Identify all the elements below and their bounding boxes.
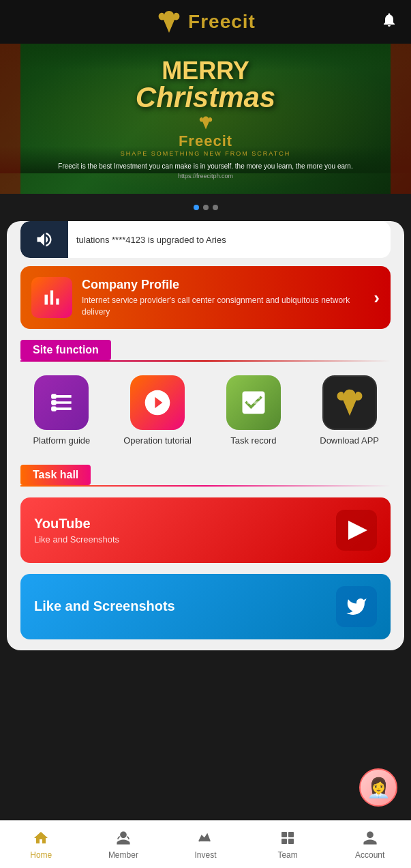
- nav-invest-label: Invest: [194, 850, 216, 860]
- platform-guide-item[interactable]: Platform guide: [20, 375, 102, 447]
- bottom-navigation: Home Member Invest: [0, 820, 411, 868]
- nav-member-label: Member: [108, 850, 138, 860]
- checklist-icon: [239, 388, 269, 418]
- logo: Freecit: [155, 8, 256, 35]
- platform-guide-label: Platform guide: [33, 435, 90, 447]
- nav-account-label: Account: [355, 850, 384, 860]
- twitter-task-title: Like and Screenshots: [34, 598, 336, 614]
- task-hall-header: Task hall: [20, 465, 391, 485]
- site-function-title: Site function: [20, 340, 111, 360]
- notification-bell-button[interactable]: [381, 12, 397, 32]
- svg-rect-6: [288, 839, 294, 844]
- twitter-icon-box: [336, 586, 377, 627]
- banner-left-peek: [0, 44, 20, 194]
- list-icon: [46, 388, 76, 418]
- download-app-label: Download APP: [320, 435, 379, 447]
- platform-guide-icon-box: [34, 375, 89, 430]
- banner-dot-2: [203, 205, 209, 210]
- account-icon: [362, 830, 378, 849]
- svg-rect-4: [288, 832, 294, 837]
- invest-icon: [197, 830, 213, 849]
- twitter-task-card[interactable]: Like and Screenshots: [20, 574, 391, 639]
- notification-icon-box: [20, 221, 68, 258]
- nav-account[interactable]: Account: [329, 821, 411, 868]
- nav-home-label: Home: [30, 850, 52, 860]
- svg-rect-0: [52, 394, 57, 399]
- member-icon: [115, 830, 132, 849]
- operation-tutorial-label: Operation tutorial: [123, 435, 192, 447]
- svg-rect-2: [52, 407, 57, 411]
- banner-dot-1: [194, 205, 199, 210]
- svg-rect-1: [52, 400, 57, 405]
- notification-text: tulations ****4123 is upgraded to Aries: [68, 235, 234, 245]
- task-record-label: Task record: [230, 435, 276, 447]
- site-function-header: Site function: [20, 340, 391, 360]
- banner-image: MERRY Christmas Freecit SHAPE SOMETHING …: [0, 44, 411, 194]
- nav-member[interactable]: Member: [82, 821, 165, 868]
- youtube-play-icon-box: [336, 510, 377, 551]
- hero-banner: MERRY Christmas Freecit SHAPE SOMETHING …: [0, 44, 411, 194]
- logo-text: Freecit: [188, 11, 256, 33]
- notification-bar: tulations ****4123 is upgraded to Aries: [20, 221, 391, 258]
- bar-chart-icon: [40, 285, 64, 310]
- task-record-item[interactable]: Task record: [213, 375, 294, 447]
- youtube-task-subtitle: Like and Screenshots: [34, 534, 336, 545]
- freecit-app-icon: [333, 386, 366, 419]
- svg-rect-3: [281, 832, 287, 837]
- banner-tagline: SHAPE SOMETHING NEW FROM SCRATCH: [121, 150, 290, 157]
- nav-team-label: Team: [277, 850, 297, 860]
- banner-right-peek: [391, 44, 411, 194]
- support-avatar[interactable]: 👩‍💼: [359, 768, 397, 807]
- company-profile-banner[interactable]: Company Profile Internet service provide…: [20, 266, 391, 329]
- company-arrow-icon: ›: [374, 287, 380, 308]
- nav-invest[interactable]: Invest: [164, 821, 247, 868]
- nav-team[interactable]: Team: [247, 821, 329, 868]
- youtube-task-title: YouTube: [34, 516, 336, 532]
- task-record-icon-box: [226, 375, 281, 430]
- task-hall-title: Task hall: [20, 465, 91, 485]
- app-header: Freecit: [0, 0, 411, 44]
- task-hall-line: [20, 485, 391, 487]
- team-icon: [279, 830, 296, 849]
- function-grid: Platform guide Operation tutorial Task r…: [7, 362, 404, 454]
- youtube-task-info: YouTube Like and Screenshots: [34, 516, 336, 545]
- banner-description: Freecit is the best Investment you can m…: [37, 161, 373, 171]
- banner-brand-area: Freecit SHAPE SOMETHING NEW FROM SCRATCH: [121, 115, 290, 157]
- banner-url: https://freecitph.com: [178, 173, 233, 179]
- banner-dot-3: [213, 205, 218, 210]
- banner-merry: MERRY: [162, 59, 249, 83]
- home-icon: [33, 830, 49, 849]
- nav-home[interactable]: Home: [0, 821, 82, 868]
- company-info: Company Profile Internet service provide…: [72, 278, 367, 318]
- banner-christmas: Christmas: [136, 83, 275, 112]
- operation-tutorial-item[interactable]: Operation tutorial: [117, 375, 198, 447]
- play-circle-icon: [142, 388, 172, 418]
- download-app-item[interactable]: Download APP: [309, 375, 391, 447]
- banner-pagination: [0, 194, 411, 213]
- freecit-logo-icon: [155, 8, 183, 35]
- download-app-icon-box: [322, 375, 377, 430]
- operation-tutorial-icon-box: [130, 375, 185, 430]
- twitter-task-info: Like and Screenshots: [34, 598, 336, 614]
- speaker-icon: [35, 230, 54, 249]
- company-title: Company Profile: [82, 278, 367, 292]
- twitter-bird-icon: [346, 596, 367, 618]
- banner-brand-text: Freecit: [179, 132, 232, 150]
- company-icon: [31, 277, 72, 318]
- company-desc: Internet service provider's call center …: [82, 295, 367, 318]
- svg-rect-5: [281, 839, 287, 844]
- task-hall-section: Task hall YouTube Like and Screenshots L…: [7, 465, 404, 639]
- youtube-play-triangle: [348, 521, 367, 540]
- youtube-task-card[interactable]: YouTube Like and Screenshots: [20, 497, 391, 563]
